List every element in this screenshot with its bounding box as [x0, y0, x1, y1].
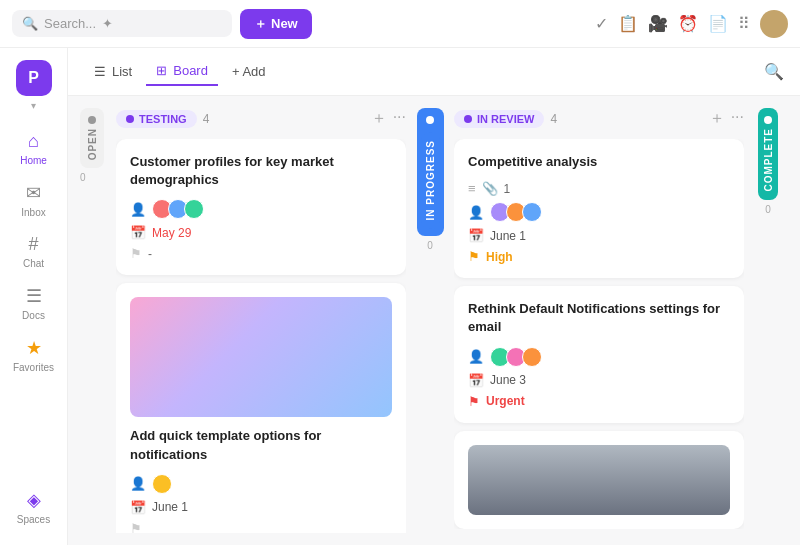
flag-icon: ⚑	[130, 246, 142, 261]
card-priority-row: ⚑ Urgent	[468, 394, 730, 409]
in-progress-label-col: IN PROGRESS 0	[418, 108, 442, 533]
card-assignee-row: 👤	[468, 347, 730, 367]
plus-col-icon[interactable]: ＋	[709, 108, 725, 129]
testing-cards: Customer profiles for key market demogra…	[116, 139, 406, 533]
card-assignee-row: 👤	[468, 202, 730, 222]
in-review-col-header: IN REVIEW 4 ＋ ···	[454, 108, 744, 129]
board-tab[interactable]: ⊞ Board	[146, 57, 218, 86]
review-dot	[464, 115, 472, 123]
avatar-group	[490, 347, 542, 367]
card-comment-row: ≡ 📎 1	[468, 181, 730, 196]
board: OPEN 0 TESTING 4 ＋ ··· Customer profi	[68, 96, 800, 545]
add-view-button[interactable]: + Add	[222, 58, 276, 85]
sidebar-item-home[interactable]: ⌂ Home	[0, 123, 67, 174]
in-review-count: 4	[550, 112, 557, 126]
main-content: ☰ List ⊞ Board + Add 🔍 OPEN 0 TESTI	[68, 48, 800, 545]
new-button[interactable]: ＋ New	[240, 9, 312, 39]
sidebar-item-favorites[interactable]: ★ Favorites	[0, 329, 67, 381]
complete-column-label: COMPLETE 0	[756, 108, 780, 533]
testing-dot	[126, 115, 134, 123]
complete-dot	[764, 116, 772, 124]
urgent-flag-icon: ⚑	[468, 394, 480, 409]
logo-chevron: ▾	[31, 100, 36, 111]
calendar-icon: 📅	[468, 228, 484, 243]
flag-icon: ⚑	[130, 521, 142, 533]
card-customer-profiles: Customer profiles for key market demogra…	[116, 139, 406, 275]
favorites-icon: ★	[26, 337, 42, 359]
card-title: Add quick template options for notificat…	[130, 427, 392, 463]
card-date-row: 📅 June 1	[130, 500, 392, 515]
card-title: Customer profiles for key market demogra…	[130, 153, 392, 189]
avatar-3	[522, 347, 542, 367]
card-flag-row: ⚑ -	[130, 246, 392, 261]
workspace-logo[interactable]: P	[16, 60, 52, 96]
plus-icon: ＋	[254, 15, 267, 33]
subheader: ☰ List ⊞ Board + Add 🔍	[68, 48, 800, 96]
in-progress-count: 0	[427, 240, 433, 251]
priority-label: Urgent	[486, 394, 525, 408]
docs-icon: ☰	[26, 285, 42, 307]
topbar: 🔍 Search... ✦ ＋ New ✓ 📋 🎥 ⏰ 📄 ⠿	[0, 0, 800, 48]
card-dark-image	[468, 445, 730, 515]
avatar-3	[522, 202, 542, 222]
more-col-icon[interactable]: ···	[731, 108, 744, 129]
person-icon: 👤	[468, 349, 484, 364]
search-icon: 🔍	[22, 16, 38, 31]
video-icon[interactable]: 🎥	[648, 14, 668, 33]
complete-count: 0	[765, 204, 771, 215]
in-review-col-actions[interactable]: ＋ ···	[709, 108, 744, 129]
list-tab[interactable]: ☰ List	[84, 58, 142, 85]
complete-label-text: COMPLETE	[763, 128, 774, 192]
card-flag-row: ⚑	[130, 521, 392, 533]
check-icon[interactable]: ✓	[595, 14, 608, 33]
testing-badge: TESTING	[116, 110, 197, 128]
avatar-gold	[152, 474, 172, 494]
plus-col-icon[interactable]: ＋	[371, 108, 387, 129]
card-meta: ≡ 📎 1 👤 �	[468, 181, 730, 264]
avatar-group	[152, 474, 172, 494]
card-priority-row: ⚑ High	[468, 249, 730, 264]
user-avatar[interactable]	[760, 10, 788, 38]
open-count: 0	[80, 172, 104, 183]
card-date-row: 📅 May 29	[130, 225, 392, 240]
testing-count: 4	[203, 112, 210, 126]
avatar-3	[184, 199, 204, 219]
sidebar-item-spaces[interactable]: ◈ Spaces	[0, 481, 67, 533]
doc-icon[interactable]: 📄	[708, 14, 728, 33]
in-progress-label-container: IN PROGRESS	[417, 108, 444, 236]
calendar-icon: 📅	[130, 500, 146, 515]
grid-icon[interactable]: ⠿	[738, 14, 750, 33]
search-bar[interactable]: 🔍 Search... ✦	[12, 10, 232, 37]
card-rethink-notifications: Rethink Default Notifications settings f…	[454, 286, 744, 422]
sidebar-item-docs[interactable]: ☰ Docs	[0, 277, 67, 329]
search-placeholder: Search...	[44, 16, 96, 31]
calendar-icon: 📅	[130, 225, 146, 240]
card-date: June 1	[490, 229, 526, 243]
subheader-search-icon[interactable]: 🔍	[764, 62, 784, 81]
ai-icon: ✦	[102, 16, 113, 31]
open-label-text: OPEN	[87, 128, 98, 160]
chat-icon: #	[28, 234, 38, 255]
home-icon: ⌂	[28, 131, 39, 152]
complete-label-container: COMPLETE	[758, 108, 778, 200]
testing-col-header: TESTING 4 ＋ ···	[116, 108, 406, 129]
open-label-container: OPEN	[80, 108, 104, 168]
clock-icon[interactable]: ⏰	[678, 14, 698, 33]
testing-col-actions[interactable]: ＋ ···	[371, 108, 406, 129]
card-assignee-row: 👤	[130, 199, 392, 219]
sidebar-item-inbox[interactable]: ✉ Inbox	[0, 174, 67, 226]
card-image	[130, 297, 392, 417]
clipboard-icon[interactable]: 📋	[618, 14, 638, 33]
attachment-icon: 📎	[482, 181, 498, 196]
in-progress-dot	[426, 116, 434, 124]
calendar-icon: 📅	[468, 373, 484, 388]
more-col-icon[interactable]: ···	[393, 108, 406, 129]
spaces-icon: ◈	[27, 489, 41, 511]
comment-count: 1	[504, 182, 511, 196]
flag-value: -	[148, 247, 152, 261]
card-meta: 👤 📅 June 1 ⚑	[130, 474, 392, 533]
avatar-group	[490, 202, 542, 222]
sidebar-item-chat[interactable]: # Chat	[0, 226, 67, 277]
person-icon: 👤	[468, 205, 484, 220]
in-progress-label-text: IN PROGRESS	[421, 132, 440, 228]
